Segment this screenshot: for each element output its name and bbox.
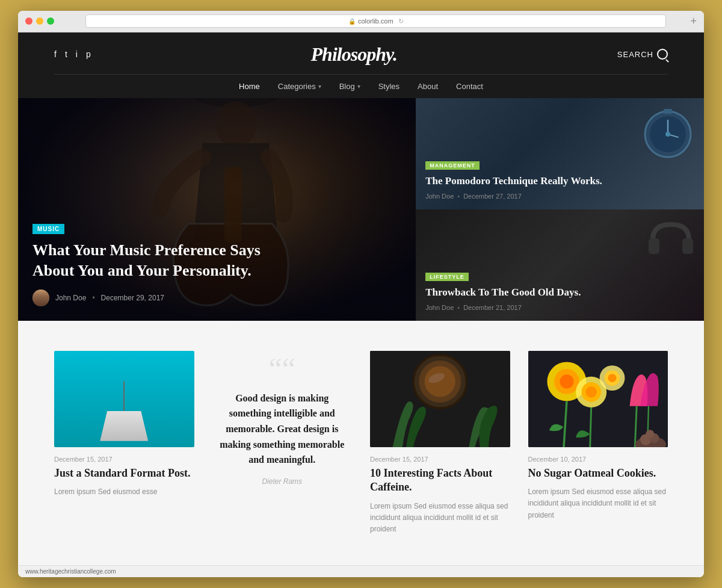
nav-blog[interactable]: Blog ▾	[339, 82, 360, 91]
hero-title: What Your Music Preference Says About Yo…	[32, 240, 261, 281]
card1-meta: John Doe • December 27, 2017	[425, 193, 602, 200]
card1-date: December 27, 2017	[463, 193, 522, 200]
hero-author: John Doe	[55, 294, 86, 302]
separator: •	[457, 193, 460, 200]
post-card-caffeine[interactable]: December 15, 2017 10 Interesting Facts A…	[370, 351, 510, 535]
svg-point-22	[560, 374, 573, 388]
hero-date: December 29, 2017	[101, 294, 164, 302]
post-image-lamp	[54, 351, 194, 447]
post1-date: December 15, 2017	[54, 456, 194, 463]
browser-chrome: 🔒 colorlib.com ↻ +	[18, 11, 704, 32]
main-nav: Home Categories ▾ Blog ▾ Styles About Co…	[54, 74, 668, 98]
card2-content: LIFESTYLE Throwback To The Good Old Days…	[425, 270, 581, 311]
new-tab-button[interactable]: +	[690, 15, 697, 28]
card2-meta: John Doe • December 21, 2017	[425, 304, 581, 311]
card2-author: John Doe	[425, 304, 454, 311]
content-section: December 15, 2017 Just a Standard Format…	[18, 321, 704, 565]
address-bar[interactable]: 🔒 colorlib.com ↻	[85, 14, 666, 28]
refresh-icon[interactable]: ↻	[398, 17, 404, 25]
chevron-down-icon: ▾	[318, 83, 321, 90]
separator: •	[92, 294, 94, 302]
post3-title: No Sugar Oatmeal Cookies.	[528, 466, 668, 480]
site-title: Philosophy.	[311, 43, 397, 66]
coffee-illustration	[370, 351, 510, 447]
card2-date: December 21, 2017	[463, 304, 522, 311]
footer-url: www.heritagechristiancollege.com	[25, 568, 116, 575]
browser-footer: www.heritagechristiancollege.com	[18, 565, 704, 577]
post2-date: December 15, 2017	[370, 456, 510, 463]
quote-text: Good design is making something intellig…	[218, 391, 347, 468]
facebook-icon[interactable]: f	[54, 49, 57, 59]
lamp-illustration	[54, 351, 194, 447]
quote-marks: ““	[269, 357, 295, 381]
hero-main-post[interactable]: MUSIC What Your Music Preference Says Ab…	[18, 98, 416, 321]
avatar	[32, 289, 49, 306]
url-text: colorlib.com	[358, 17, 393, 25]
post-image-flowers	[528, 351, 668, 447]
lamp-cord	[123, 381, 125, 411]
card1-author: John Doe	[425, 193, 454, 200]
nav-categories[interactable]: Categories ▾	[278, 82, 321, 91]
social-icons: f t i p	[54, 49, 91, 59]
post3-date: December 10, 2017	[528, 456, 668, 463]
nav-about[interactable]: About	[418, 82, 438, 91]
card1-title: The Pomodoro Technique Really Works.	[425, 175, 602, 188]
browser-window: 🔒 colorlib.com ↻ + f t i p Philosophy. S…	[18, 11, 704, 577]
svg-point-10	[665, 132, 670, 137]
twitter-icon[interactable]: t	[65, 49, 67, 59]
post2-title: 10 Interesting Facts About Caffeine.	[370, 466, 510, 495]
management-badge: MANAGEMENT	[425, 161, 480, 170]
quote-author: Dieter Rams	[262, 477, 302, 486]
minimize-dot[interactable]	[36, 17, 43, 25]
svg-rect-12	[649, 238, 659, 254]
music-badge: MUSIC	[32, 224, 64, 234]
side-card-lifestyle[interactable]: LIFESTYLE Throwback To The Good Old Days…	[416, 209, 704, 321]
search-icon	[657, 49, 668, 60]
post-image-coffee	[370, 351, 510, 447]
lifestyle-badge: LIFESTYLE	[425, 273, 469, 281]
lock-icon: 🔒	[348, 18, 356, 25]
post1-excerpt: Lorem ipsum Sed eiusmod esse	[54, 486, 194, 498]
hero-section: MUSIC What Your Music Preference Says Ab…	[18, 98, 704, 321]
search-label: SEARCH	[617, 50, 653, 59]
pinterest-icon[interactable]: p	[86, 49, 91, 59]
svg-point-25	[585, 386, 597, 398]
svg-rect-13	[682, 238, 693, 254]
hero-side-cards: MANAGEMENT The Pomodoro Technique Really…	[416, 98, 704, 321]
browser-dots	[25, 17, 54, 25]
post-card-lamp[interactable]: December 15, 2017 Just a Standard Format…	[54, 351, 194, 498]
quote-card: ““ Good design is making something intel…	[212, 351, 353, 492]
hero-content: MUSIC What Your Music Preference Says Ab…	[32, 223, 261, 306]
card2-title: Throwback To The Good Old Days.	[425, 286, 581, 299]
flowers-illustration	[528, 351, 668, 447]
lamp-shade	[100, 411, 148, 441]
lamp-shape	[100, 381, 148, 441]
header-top: f t i p Philosophy. SEARCH	[54, 43, 668, 74]
svg-rect-2	[208, 98, 264, 101]
svg-point-36	[646, 430, 654, 438]
search-button[interactable]: SEARCH	[617, 49, 668, 60]
nav-contact[interactable]: Contact	[456, 82, 483, 91]
maximize-dot[interactable]	[47, 17, 54, 25]
nav-home[interactable]: Home	[239, 82, 260, 91]
svg-rect-11	[664, 109, 672, 114]
nav-styles[interactable]: Styles	[378, 82, 400, 91]
post1-title: Just a Standard Format Post.	[54, 466, 194, 480]
svg-point-28	[608, 374, 616, 382]
post-card-cookies[interactable]: December 10, 2017 No Sugar Oatmeal Cooki…	[528, 351, 668, 521]
instagram-icon[interactable]: i	[76, 49, 78, 59]
hero-meta: John Doe • December 29, 2017	[32, 289, 261, 306]
close-dot[interactable]	[25, 17, 32, 25]
card1-content: MANAGEMENT The Pomodoro Technique Really…	[425, 159, 602, 200]
chevron-down-icon: ▾	[357, 83, 360, 90]
side-card-management[interactable]: MANAGEMENT The Pomodoro Technique Really…	[416, 98, 704, 209]
post3-excerpt: Lorem ipsum Sed eiusmod esse aliqua sed …	[528, 486, 668, 521]
separator: •	[457, 304, 460, 311]
site-header: f t i p Philosophy. SEARCH Home Categori…	[18, 32, 704, 98]
post2-excerpt: Lorem ipsum Sed eiusmod esse aliqua sed …	[370, 501, 510, 536]
avatar-image	[32, 289, 49, 306]
svg-point-4	[215, 101, 256, 147]
